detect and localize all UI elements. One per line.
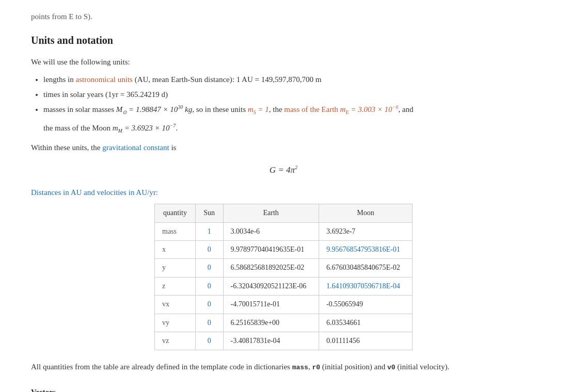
row-earth-mass: 3.0034e-6	[223, 222, 319, 240]
row-sun-vy: 0	[195, 314, 223, 332]
table-row: y 0 6.586825681892025E-02 6.676030485840…	[155, 259, 413, 277]
row-moon-vy: 6.03534661	[319, 314, 412, 332]
ms-formula: mS = 1	[248, 105, 269, 113]
table-row: z 0 -6.320430920521123E-06 1.64109307059…	[155, 277, 413, 295]
row-quantity-x: x	[155, 240, 196, 258]
row-moon-x: 9.956768547953816E-01	[319, 240, 412, 258]
mass-of-earth-label: mass of the Earth	[284, 105, 338, 113]
row-sun-vz: 0	[195, 332, 223, 350]
row-earth-vz: -3.40817831e-04	[223, 332, 319, 350]
row-moon-vx: -0.55065949	[319, 296, 412, 314]
units-list-item-times: times in solar years (1yr = 365.24219 d)	[43, 88, 536, 101]
table-row: vx 0 -4.70015711e-01 -0.55065949	[155, 296, 413, 314]
row-quantity-mass: mass	[155, 222, 196, 240]
row-earth-x: 9.978977040419635E-01	[223, 240, 319, 258]
me-formula: mE = 3.003 × 10−6	[340, 105, 399, 113]
row-sun-vx: 0	[195, 296, 223, 314]
code-r0: r0	[312, 364, 320, 371]
row-sun-mass: 1	[195, 222, 223, 240]
table-row: x 0 9.978977040419635E-01 9.956768547953…	[155, 240, 413, 258]
solar-mass-formula: M⊙ = 1.98847 × 1030 kg	[116, 105, 192, 113]
vectors-heading: Vectors	[31, 386, 536, 392]
astronomical-units-link[interactable]: astronomical units	[76, 75, 133, 84]
row-earth-y: 6.586825681892025E-02	[223, 259, 319, 277]
table-row: vy 0 6.25165839e+00 6.03534661	[155, 314, 413, 332]
table-header-sun: Sun	[195, 204, 223, 222]
moon-mass-line: the mass of the Moon mM = 3.6923 × 10−7.	[43, 122, 536, 135]
units-list-item-masses: masses in solar masses M⊙ = 1.98847 × 10…	[43, 103, 536, 117]
row-earth-vy: 6.25165839e+00	[223, 314, 319, 332]
units-list-item-lengths: lengths in astronomical units (AU, mean …	[43, 73, 536, 86]
row-quantity-vx: vx	[155, 296, 196, 314]
table-row: vz 0 -3.40817831e-04 0.01111456	[155, 332, 413, 350]
gravitational-line: Within these units, the gravitational co…	[31, 141, 536, 154]
row-moon-z: 1.641093070596718E-04	[319, 277, 412, 295]
distances-label: Distances in AU and velocities in AU/yr:	[31, 186, 536, 199]
section-heading: Units and notation	[31, 32, 536, 48]
row-quantity-z: z	[155, 277, 196, 295]
g-formula: G = 4π2	[31, 163, 536, 177]
row-sun-x: 0	[195, 240, 223, 258]
code-v0: v0	[387, 364, 396, 371]
row-earth-z: -6.320430920521123E-06	[223, 277, 319, 295]
row-moon-vz: 0.01111456	[319, 332, 412, 350]
gravitational-constant-link[interactable]: gravitational constant	[102, 143, 169, 152]
row-quantity-vy: vy	[155, 314, 196, 332]
row-sun-y: 0	[195, 259, 223, 277]
units-list: lengths in astronomical units (AU, mean …	[43, 73, 536, 117]
code-mass: mass	[292, 364, 308, 371]
footer-text: All quantities from the table are alread…	[31, 361, 536, 373]
row-sun-z: 0	[195, 277, 223, 295]
intro-text: We will use the following units:	[31, 56, 536, 68]
row-quantity-y: y	[155, 259, 196, 277]
row-moon-mass: 3.6923e-7	[319, 222, 412, 240]
top-note: points from E to S).	[31, 10, 536, 23]
moon-mass-formula: mM = 3.6923 × 10−7	[113, 124, 176, 132]
table-row: mass 1 3.0034e-6 3.6923e-7	[155, 222, 413, 240]
row-earth-vx: -4.70015711e-01	[223, 296, 319, 314]
table-header-earth: Earth	[223, 204, 319, 222]
table-header-moon: Moon	[319, 204, 412, 222]
data-table: quantity Sun Earth Moon mass 1 3.0034e-6…	[154, 204, 413, 350]
row-quantity-vz: vz	[155, 332, 196, 350]
table-header-quantity: quantity	[155, 204, 196, 222]
row-moon-y: 6.676030485840675E-02	[319, 259, 412, 277]
